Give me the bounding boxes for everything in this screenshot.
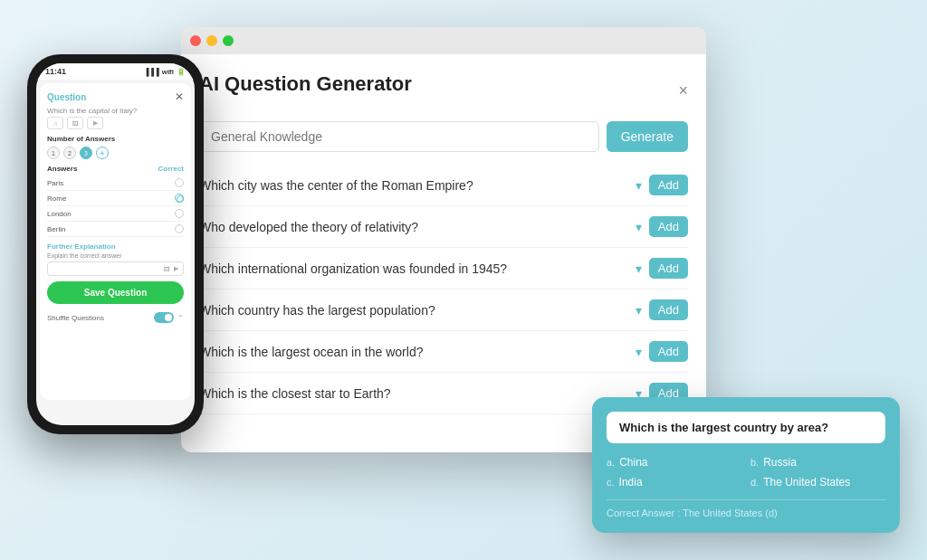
add-button[interactable]: Add xyxy=(649,175,688,195)
phone-answer-rome: Rome xyxy=(47,191,184,206)
option-letter-a: a. xyxy=(607,457,615,468)
phone-answers-label: Answers xyxy=(47,165,77,173)
answer-option-a: a. China xyxy=(607,456,741,469)
phone-explain-input[interactable]: 🖼 ▶ xyxy=(47,261,184,276)
correct-answer-text: Correct Answer : The United States (d) xyxy=(607,499,885,518)
question-item: Who developed the theory of relativity? … xyxy=(199,206,688,248)
answer-card-question: Which is the largest country by area? xyxy=(607,412,885,443)
dialog-close-icon[interactable]: × xyxy=(678,81,688,100)
phone-shuffle-row: Shuffle Questions ⌃ xyxy=(47,309,184,326)
option-letter-c: c. xyxy=(607,477,615,488)
image-icon[interactable]: 🖼 xyxy=(67,117,83,129)
question-text: Which city was the center of the Roman E… xyxy=(199,178,636,193)
phone-answer-berlin: Berlin xyxy=(47,222,184,237)
phone-radio-paris[interactable] xyxy=(175,178,184,187)
wifi-icon: wifi xyxy=(162,68,174,76)
add-button[interactable]: Add xyxy=(649,299,688,320)
option-text-c: India xyxy=(619,476,643,489)
phone-header: Question ✕ xyxy=(47,90,184,103)
video-input-icon: ▶ xyxy=(174,265,178,272)
option-text-a: China xyxy=(619,456,647,469)
phone-answer-text-london: London xyxy=(47,210,72,218)
phone-explain-label: Explain the correct answer xyxy=(47,252,184,259)
traffic-light-red[interactable] xyxy=(190,35,201,46)
phone-close-icon[interactable]: ✕ xyxy=(175,90,184,103)
traffic-light-green[interactable] xyxy=(223,35,234,46)
answer-option-b: b. Russia xyxy=(750,456,885,469)
question-text: Who developed the theory of relativity? xyxy=(199,220,636,234)
phone-answer-text-berlin: Berlin xyxy=(47,225,65,233)
answer-card: Which is the largest country by area? a.… xyxy=(592,397,900,533)
search-input[interactable] xyxy=(199,121,599,152)
generate-button[interactable]: Generate xyxy=(607,121,688,152)
phone-time: 11:41 xyxy=(45,67,66,76)
question-actions: ▾ Add xyxy=(636,299,688,320)
phone-toggle-knob xyxy=(165,314,172,321)
option-text-b: Russia xyxy=(763,456,797,469)
dialog-title: AI Question Generator xyxy=(199,72,412,96)
question-item: Which country has the largest population… xyxy=(199,289,688,331)
question-actions: ▾ Add xyxy=(636,258,688,279)
browser-content: AI Question Generator × Generate Which c… xyxy=(181,54,706,432)
phone-shuffle-toggle[interactable] xyxy=(154,312,174,323)
num-circle-3[interactable]: 3 xyxy=(80,147,92,159)
chevron-down-icon[interactable]: ▾ xyxy=(636,345,642,359)
question-item: Which city was the center of the Roman E… xyxy=(199,165,688,206)
phone-radio-rome[interactable] xyxy=(175,194,184,203)
phone-radio-london[interactable] xyxy=(175,209,184,218)
phone-answer-text-paris: Paris xyxy=(47,179,63,187)
add-button[interactable]: Add xyxy=(649,258,688,279)
chevron-down-icon[interactable]: ▾ xyxy=(636,303,642,318)
option-text-d: The United States xyxy=(763,476,850,489)
question-text: Which international organization was fou… xyxy=(199,261,636,276)
answer-options-grid: a. China b. Russia c. India d. The Unite… xyxy=(607,456,885,489)
chevron-down-icon[interactable]: ▾ xyxy=(636,178,642,193)
phone: 11:41 ▐▐▐ wifi 🔋 Question ✕ Which is the… xyxy=(27,54,204,434)
phone-answer-text-rome: Rome xyxy=(47,195,66,203)
question-text: Which is the closest star to Earth? xyxy=(199,386,636,401)
phone-status-icons: ▐▐▐ wifi 🔋 xyxy=(144,68,186,76)
question-text: Which is the largest ocean in the world? xyxy=(199,345,636,359)
add-button[interactable]: Add xyxy=(649,341,688,362)
question-text: Which country has the largest population… xyxy=(199,303,636,318)
question-item: Which is the largest ocean in the world?… xyxy=(199,331,688,373)
option-letter-b: b. xyxy=(750,457,759,468)
phone-shuffle-label: Shuffle Questions xyxy=(47,314,104,322)
image-input-icon: 🖼 xyxy=(164,266,170,272)
phone-correct-label: Correct xyxy=(158,165,184,173)
phone-num-answers-label: Number of Answers xyxy=(47,135,184,143)
question-actions: ▾ Add xyxy=(636,341,688,362)
battery-icon: 🔋 xyxy=(177,68,186,76)
chevron-down-icon[interactable]: ▾ xyxy=(636,220,642,234)
answer-option-d: d. The United States xyxy=(750,476,885,489)
question-actions: ▾ Add xyxy=(636,216,688,237)
chevron-down-icon[interactable]: ▾ xyxy=(636,261,642,276)
num-circle-2[interactable]: 2 xyxy=(63,147,76,159)
save-question-button[interactable]: Save Question xyxy=(47,281,184,304)
traffic-light-yellow[interactable] xyxy=(206,35,217,46)
phone-statusbar: 11:41 ▐▐▐ wifi 🔋 xyxy=(36,63,195,80)
phone-answer-london: London xyxy=(47,206,184,222)
chevron-up-icon[interactable]: ⌃ xyxy=(177,314,184,322)
question-list: Which city was the center of the Roman E… xyxy=(199,165,688,414)
phone-question-label: Which is the capital of Italy? xyxy=(47,107,184,115)
phone-num-circles: 1 2 3 + xyxy=(47,147,184,159)
num-circle-1[interactable]: 1 xyxy=(47,147,60,159)
phone-radio-berlin[interactable] xyxy=(175,224,184,233)
phone-further-explanation-label: Further Explanation xyxy=(47,242,184,251)
phone-screen: 11:41 ▐▐▐ wifi 🔋 Question ✕ Which is the… xyxy=(36,63,195,425)
music-icon[interactable]: ♫ xyxy=(47,117,63,129)
add-button[interactable]: Add xyxy=(649,216,688,237)
phone-section-title: Question xyxy=(47,92,86,102)
option-letter-d: d. xyxy=(750,477,759,488)
search-row: Generate xyxy=(199,121,688,152)
question-item: Which international organization was fou… xyxy=(199,248,688,289)
answer-option-c: c. India xyxy=(607,476,741,489)
num-circle-add[interactable]: + xyxy=(96,147,109,159)
phone-content: Question ✕ Which is the capital of Italy… xyxy=(40,83,191,400)
phone-media-icons: ♫ 🖼 ▶ xyxy=(47,117,184,129)
browser-window: AI Question Generator × Generate Which c… xyxy=(181,27,706,452)
signal-icon: ▐▐▐ xyxy=(144,68,159,76)
video-icon[interactable]: ▶ xyxy=(87,117,103,129)
phone-answer-paris: Paris xyxy=(47,176,184,191)
